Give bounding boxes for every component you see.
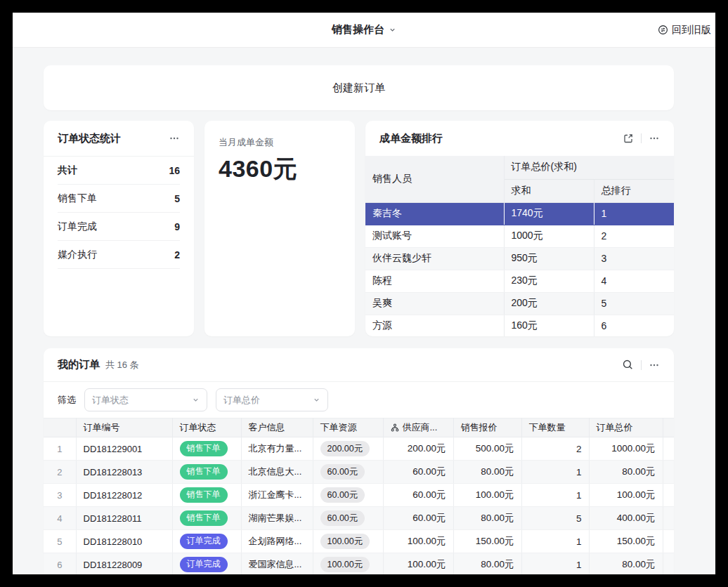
sum-value: 230元 (504, 270, 594, 292)
rank-value: 6 (594, 315, 674, 336)
filler-cell (663, 437, 674, 461)
status-row-sales[interactable]: 销售下单 5 (58, 185, 180, 213)
ranking-row[interactable]: 测试账号 1000元 2 (365, 225, 674, 247)
customer-cell: 企划路网络... (241, 530, 313, 553)
customer-cell: 浙江金鹰卡... (241, 484, 313, 507)
row-number: 2 (44, 461, 76, 484)
supplier-cell: 60.00元 (383, 461, 453, 484)
person-name: 陈程 (365, 270, 504, 292)
column-header-qty[interactable]: 下单数量 (521, 418, 589, 437)
ranking-table: 销售人员 订单总价(求和) 求和 总排行 秦吉冬 1740元 (365, 156, 674, 336)
column-header-group[interactable]: 订单总价(求和) (504, 156, 674, 179)
status-label: 媒介执行 (58, 249, 97, 261)
column-header-person[interactable]: 销售人员 (365, 156, 504, 202)
create-order-label: 创建新订单 (332, 81, 385, 95)
filler-cell (663, 484, 674, 507)
filter-bar: 筛选 订单状态 订单总价 (44, 382, 674, 418)
chevron-down-icon (313, 396, 320, 404)
customer-cell: 湖南芒果娱... (241, 507, 313, 530)
more-icon[interactable] (649, 360, 660, 371)
deal-ranking-card: 成单金额排行 (365, 121, 674, 336)
status-value: 2 (174, 249, 180, 260)
table-row[interactable]: 2 DD181228013 销售下单 北京信息大... 60.00元 60.00… (44, 461, 674, 484)
qty-cell: 5 (521, 507, 589, 530)
column-header-quote[interactable]: 销售报价 (453, 418, 521, 437)
column-header-customer[interactable]: 客户信息 (241, 418, 313, 437)
column-header-rank[interactable]: 总排行 (594, 179, 674, 202)
back-to-old-version-label: 回到旧版 (672, 24, 711, 37)
order-status-filter-select[interactable]: 订单状态 (84, 388, 207, 411)
ranking-row[interactable]: 方源 160元 6 (365, 315, 674, 336)
filler-cell (663, 507, 674, 530)
column-header-sum[interactable]: 求和 (504, 179, 594, 202)
ranking-row[interactable]: 吴爽 200元 5 (365, 292, 674, 315)
status-row-total[interactable]: 共计 16 (58, 157, 180, 185)
column-header-rownum (44, 418, 76, 437)
search-icon[interactable] (622, 359, 634, 371)
column-header-total[interactable]: 订单总价 (589, 418, 663, 437)
more-icon[interactable] (169, 133, 180, 144)
more-icon[interactable] (649, 133, 660, 144)
orders-count: 共 16 条 (105, 359, 139, 371)
page-title: 销售操作台 (332, 23, 384, 37)
table-row[interactable]: 6 DD181228009 订单完成 爱国家信息... 100.00元 100.… (44, 553, 674, 575)
rank-value: 1 (594, 202, 674, 225)
row-number: 5 (44, 530, 76, 553)
supplier-cell: 100.00元 (383, 530, 453, 553)
qty-cell: 1 (521, 530, 589, 553)
monthly-amount-card: 当月成单金额 4360元 (204, 121, 355, 336)
total-cell: 1000.00元 (589, 437, 663, 461)
resource-cell: 200.00元 (313, 437, 383, 461)
order-status-filter-placeholder: 订单状态 (92, 394, 129, 407)
person-name: 伙伴云魏少轩 (365, 247, 504, 270)
sum-value: 160元 (504, 315, 594, 336)
create-order-button[interactable]: 创建新订单 (44, 65, 674, 110)
customer-cell: 北京信息大... (241, 461, 313, 484)
resource-cell: 60.00元 (313, 507, 383, 530)
quote-cell: 100.00元 (453, 484, 521, 507)
ranking-row[interactable]: 伙伴云魏少轩 950元 3 (365, 247, 674, 270)
quote-cell: 80.00元 (453, 461, 521, 484)
status-value: 5 (174, 193, 180, 204)
ranking-row[interactable]: 陈程 230元 4 (365, 270, 674, 292)
status-row-media[interactable]: 媒介执行 2 (58, 241, 180, 269)
resource-cell: 60.00元 (313, 484, 383, 507)
column-header-filler (663, 418, 674, 437)
status-badge: 销售下单 (180, 487, 228, 503)
total-cell: 150.00元 (589, 530, 663, 553)
filter-label: 筛选 (58, 394, 76, 407)
order-no-cell: DD181228009 (76, 553, 172, 575)
supplier-cell: 60.00元 (383, 507, 453, 530)
status-badge: 订单完成 (180, 534, 228, 549)
column-header-status[interactable]: 订单状态 (172, 418, 241, 437)
column-header-resource[interactable]: 下单资源 (313, 418, 383, 437)
relation-field-icon (391, 423, 399, 432)
table-row[interactable]: 4 DD181228011 销售下单 湖南芒果娱... 60.00元 60.00… (44, 507, 674, 530)
status-label: 销售下单 (58, 192, 97, 205)
quote-cell: 80.00元 (453, 553, 521, 575)
resource-chip: 60.00元 (320, 510, 365, 526)
open-in-new-icon[interactable] (623, 133, 634, 144)
table-row[interactable]: 3 DD181228012 销售下单 浙江金鹰卡... 60.00元 60.00… (44, 484, 674, 507)
rank-value: 3 (594, 247, 674, 270)
back-to-old-version-button[interactable]: 回到旧版 (658, 13, 713, 47)
filler-cell (663, 530, 674, 553)
supplier-cell: 60.00元 (383, 484, 453, 507)
qty-cell: 1 (521, 553, 589, 575)
rank-value: 2 (594, 225, 674, 247)
row-number: 1 (44, 437, 76, 461)
status-badge: 订单完成 (180, 557, 228, 572)
status-badge: 销售下单 (180, 441, 228, 456)
status-row-complete[interactable]: 订单完成 9 (58, 213, 180, 241)
workspace-switcher[interactable]: 销售操作台 (332, 23, 396, 37)
table-row[interactable]: 5 DD181228010 订单完成 企划路网络... 100.00元 100.… (44, 530, 674, 553)
status-cell: 订单完成 (172, 553, 241, 575)
qty-cell: 1 (521, 484, 589, 507)
sum-value: 1000元 (504, 225, 594, 247)
column-header-order-no[interactable]: 订单编号 (76, 418, 172, 437)
ranking-row[interactable]: 秦吉冬 1740元 1 (365, 202, 674, 225)
table-row[interactable]: 1 DD181229001 销售下单 北京有力量... 200.00元 200.… (44, 437, 674, 461)
column-header-supplier[interactable]: 供应商... (383, 418, 453, 437)
quote-cell: 80.00元 (453, 507, 521, 530)
order-total-filter-select[interactable]: 订单总价 (216, 388, 328, 411)
